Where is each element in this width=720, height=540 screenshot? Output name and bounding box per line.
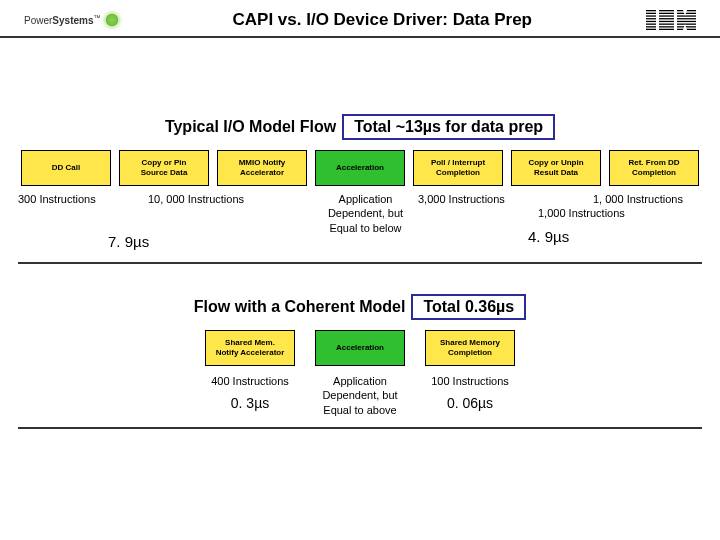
ann-3000: 3,000 Instructions [418, 192, 505, 206]
time-03: 0. 3µs [205, 394, 295, 412]
burst-icon [105, 13, 119, 27]
typical-annotations: 300 Instructions 10, 000 Instructions Ap… [18, 192, 702, 262]
box-dd-call: DD Call [21, 150, 111, 186]
svg-rect-4 [646, 21, 696, 22]
ann-100: 100 Instructions [425, 374, 515, 388]
svg-rect-2 [646, 15, 696, 16]
ann-txt: Dependent, but [328, 207, 403, 219]
ann-col-1: 400 Instructions 0. 3µs [205, 374, 295, 417]
svg-rect-7 [646, 29, 696, 30]
ann-txt: Application [315, 374, 405, 388]
box-unpin: Copy or Unpin Result Data [511, 150, 601, 186]
box-mmio: MMIO Notify Accelerator [217, 150, 307, 186]
coherent-flow-label: Flow with a Coherent Model [194, 298, 406, 316]
ann-300: 300 Instructions [18, 192, 96, 206]
ann-col-2: Application Dependent, but Equal to abov… [315, 374, 405, 417]
box-poll: Poll / Interrupt Completion [413, 150, 503, 186]
coherent-flow-total: Total 0.36µs [411, 294, 526, 320]
power-systems-logo: PowerSystems™ [24, 13, 119, 27]
svg-rect-6 [646, 26, 696, 27]
ibm-logo-icon [646, 10, 696, 30]
logo-tm: ™ [94, 14, 101, 21]
time-006: 0. 06µs [425, 394, 515, 412]
ann-txt: Equal to above [315, 403, 405, 417]
coherent-flow-row: Shared Mem. Notify Accelerator Accelerat… [18, 330, 702, 366]
box-acceleration-top: Acceleration [315, 150, 405, 186]
ann-txt: Application [339, 193, 393, 205]
box-shared-completion: Shared Memory Completion [425, 330, 515, 366]
page-title: CAPI vs. I/O Device Driver: Data Prep [119, 10, 647, 30]
typical-flow-heading: Typical I/O Model Flow Total ~13µs for d… [0, 114, 720, 140]
svg-rect-9 [674, 10, 677, 30]
coherent-annotations: 400 Instructions 0. 3µs Application Depe… [18, 374, 702, 417]
ann-1000a: 1, 000 Instructions [593, 192, 683, 206]
ann-app-dep-top: Application Dependent, but Equal to belo… [318, 192, 413, 235]
logo-text: PowerSystems™ [24, 14, 101, 26]
ann-10000: 10, 000 Instructions [148, 192, 244, 206]
coherent-flow-heading: Flow with a Coherent Model Total 0.36µs [0, 294, 720, 320]
divider-1 [18, 262, 702, 264]
divider-2 [18, 427, 702, 429]
typical-flow-total: Total ~13µs for data prep [342, 114, 555, 140]
ann-txt: Equal to below [329, 222, 401, 234]
svg-rect-3 [646, 18, 696, 19]
box-ret: Ret. From DD Completion [609, 150, 699, 186]
ann-col-3: 100 Instructions 0. 06µs [425, 374, 515, 417]
svg-rect-8 [656, 10, 659, 30]
time-left: 7. 9µs [108, 232, 149, 252]
header-bar: PowerSystems™ CAPI vs. I/O Device Driver… [0, 0, 720, 38]
typical-flow-row: DD Call Copy or Pin Source Data MMIO Not… [18, 150, 702, 186]
logo-word1: Power [24, 15, 52, 26]
typical-flow-label: Typical I/O Model Flow [165, 118, 336, 136]
box-acceleration-bottom: Acceleration [315, 330, 405, 366]
logo-word2: Systems [52, 15, 93, 26]
svg-rect-1 [646, 13, 696, 14]
ann-400: 400 Instructions [205, 374, 295, 388]
box-copy-pin: Copy or Pin Source Data [119, 150, 209, 186]
svg-rect-5 [646, 24, 696, 25]
box-shared-notify: Shared Mem. Notify Accelerator [205, 330, 295, 366]
time-right: 4. 9µs [528, 227, 569, 247]
ann-txt: Dependent, but [315, 388, 405, 402]
ann-1000b: 1,000 Instructions [538, 206, 625, 220]
svg-rect-0 [646, 10, 696, 11]
